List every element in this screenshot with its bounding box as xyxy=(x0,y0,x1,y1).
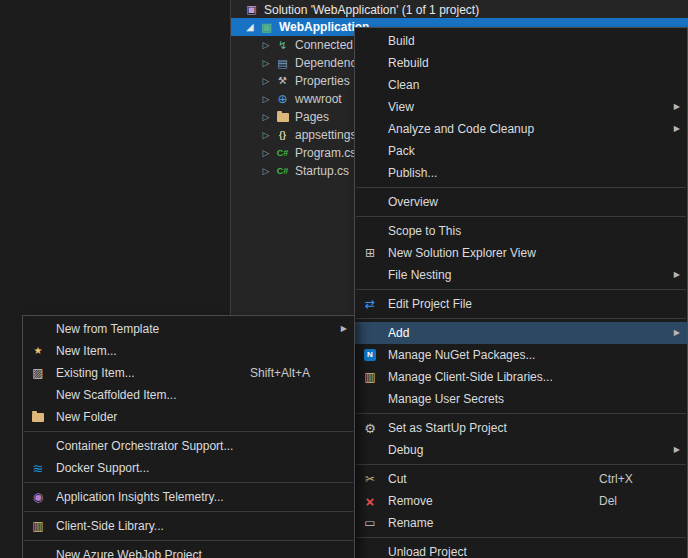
menu-item-unload-project[interactable]: Unload Project xyxy=(355,541,687,558)
menu-item-build[interactable]: Build xyxy=(355,30,687,52)
menu-item-label: Publish... xyxy=(388,166,599,180)
expander-collapsed-icon[interactable]: ▷ xyxy=(260,149,272,158)
menu-item-label: File Nesting xyxy=(388,268,599,282)
icon-spacer xyxy=(29,321,47,337)
menu-item-label: Application Insights Telemetry... xyxy=(56,490,250,504)
docker-icon: ≋ xyxy=(29,460,47,476)
submenu-item-new-item[interactable]: ★New Item... xyxy=(23,340,354,362)
menu-item-scope-to-this[interactable]: Scope to This xyxy=(355,220,687,242)
menu-item-add[interactable]: Add▶ xyxy=(355,322,687,344)
expander-expanded-icon[interactable]: ◢ xyxy=(244,23,256,32)
expander-collapsed-icon[interactable]: ▷ xyxy=(260,95,272,104)
submenu-arrow-icon: ▶ xyxy=(336,325,350,333)
icon-spacer xyxy=(361,223,379,239)
menu-separator xyxy=(356,537,686,538)
project-context-menu: BuildRebuildCleanView▶Analyze and Code C… xyxy=(354,27,688,558)
tree-item-label: Solution 'WebApplication' (1 of 1 projec… xyxy=(264,3,479,17)
menu-separator xyxy=(356,216,686,217)
solution-icon: ▣ xyxy=(244,3,259,17)
json-icon: {} xyxy=(275,128,290,142)
menu-separator xyxy=(356,413,686,414)
submenu-item-new-from-template[interactable]: New from Template▶ xyxy=(23,318,354,340)
menu-item-label: New Folder xyxy=(56,410,250,424)
icon-spacer xyxy=(361,33,379,49)
icon-spacer xyxy=(361,55,379,71)
submenu-item-existing-item[interactable]: ▨Existing Item...Shift+Alt+A xyxy=(23,362,354,384)
submenu-item-client-side-library[interactable]: ▥Client-Side Library... xyxy=(23,515,354,537)
menu-separator xyxy=(356,464,686,465)
menu-item-pack[interactable]: Pack xyxy=(355,140,687,162)
submenu-item-application-insights-telemetry[interactable]: ◉Application Insights Telemetry... xyxy=(23,486,354,508)
menu-item-set-as-startup-project[interactable]: ⚙Set as StartUp Project xyxy=(355,417,687,439)
new-folder-shape xyxy=(32,413,44,422)
menu-item-clean[interactable]: Clean xyxy=(355,74,687,96)
new-item-icon: ★ xyxy=(29,343,47,359)
connected-services-icon: ↯ xyxy=(275,38,290,52)
menu-item-manage-user-secrets[interactable]: Manage User Secrets xyxy=(355,388,687,410)
menu-item-label: Rename xyxy=(388,516,599,530)
menu-item-label: Pack xyxy=(388,144,599,158)
menu-item-debug[interactable]: Debug▶ xyxy=(355,439,687,461)
menu-item-label: Debug xyxy=(388,443,599,457)
menu-item-view[interactable]: View▶ xyxy=(355,96,687,118)
menu-item-analyze-and-code-cleanup[interactable]: Analyze and Code Cleanup▶ xyxy=(355,118,687,140)
expander-collapsed-icon[interactable]: ▷ xyxy=(260,59,272,68)
menu-item-label: Remove xyxy=(388,494,599,508)
tree-item-label: wwwroot xyxy=(295,92,342,106)
menu-separator xyxy=(24,482,353,483)
menu-item-remove[interactable]: ×RemoveDel xyxy=(355,490,687,512)
menu-item-publish[interactable]: Publish... xyxy=(355,162,687,184)
gear-icon: ⚙ xyxy=(361,420,379,436)
menu-shortcut: Shift+Alt+A xyxy=(250,366,336,380)
menu-item-cut[interactable]: ✂CutCtrl+X xyxy=(355,468,687,490)
menu-item-rename[interactable]: ▭Rename xyxy=(355,512,687,534)
menu-item-label: Manage NuGet Packages... xyxy=(388,348,599,362)
menu-separator xyxy=(356,318,686,319)
menu-item-label: Manage Client-Side Libraries... xyxy=(388,370,599,384)
submenu-item-new-scaffolded-item[interactable]: New Scaffolded Item... xyxy=(23,384,354,406)
nuget-shape: N xyxy=(364,349,376,361)
menu-item-overview[interactable]: Overview xyxy=(355,191,687,213)
menu-item-manage-client-side-libraries[interactable]: ▥Manage Client-Side Libraries... xyxy=(355,366,687,388)
menu-item-rebuild[interactable]: Rebuild xyxy=(355,52,687,74)
menu-item-label: Container Orchestrator Support... xyxy=(56,439,250,453)
submenu-item-new-folder[interactable]: New Folder xyxy=(23,406,354,428)
icon-spacer xyxy=(361,391,379,407)
menu-item-file-nesting[interactable]: File Nesting▶ xyxy=(355,264,687,286)
menu-item-label: Overview xyxy=(388,195,599,209)
expander-collapsed-icon[interactable]: ▷ xyxy=(260,77,272,86)
icon-spacer xyxy=(29,438,47,454)
icon-spacer xyxy=(29,547,47,558)
scissors-icon: ✂ xyxy=(361,471,379,487)
expander-collapsed-icon[interactable]: ▷ xyxy=(260,167,272,176)
tree-item-solution[interactable]: ▣ Solution 'WebApplication' (1 of 1 proj… xyxy=(231,1,688,18)
properties-icon: ⚒ xyxy=(275,74,290,88)
menu-shortcut: Ctrl+X xyxy=(599,472,669,486)
menu-item-edit-project-file[interactable]: ⇄Edit Project File xyxy=(355,293,687,315)
submenu-item-new-azure-webjob-project[interactable]: New Azure WebJob Project xyxy=(23,544,354,558)
menu-item-label: New Scaffolded Item... xyxy=(56,388,250,402)
menu-item-new-solution-explorer-view[interactable]: ⊞New Solution Explorer View xyxy=(355,242,687,264)
submenu-item-container-orchestrator-support[interactable]: Container Orchestrator Support... xyxy=(23,435,354,457)
expander-collapsed-icon[interactable]: ▷ xyxy=(260,113,272,122)
icon-spacer xyxy=(361,442,379,458)
submenu-item-docker-support[interactable]: ≋Docker Support... xyxy=(23,457,354,479)
menu-shortcut: Del xyxy=(599,494,669,508)
menu-separator xyxy=(24,511,353,512)
new-view-icon: ⊞ xyxy=(361,245,379,261)
expander-collapsed-icon[interactable]: ▷ xyxy=(260,131,272,140)
submenu-arrow-icon: ▶ xyxy=(669,103,683,111)
folder-shape xyxy=(277,113,289,122)
menu-item-label: Edit Project File xyxy=(388,297,599,311)
menu-item-label: New from Template xyxy=(56,322,250,336)
expander-collapsed-icon[interactable]: ▷ xyxy=(260,41,272,50)
csharp-icon: C# xyxy=(275,146,290,160)
icon-spacer xyxy=(361,143,379,159)
menu-item-manage-nuget-packages[interactable]: NManage NuGet Packages... xyxy=(355,344,687,366)
menu-item-label: New Item... xyxy=(56,344,250,358)
menu-item-label: Build xyxy=(388,34,599,48)
menu-item-label: Set as StartUp Project xyxy=(388,421,599,435)
menu-separator xyxy=(24,431,353,432)
menu-separator xyxy=(356,289,686,290)
menu-item-label: Add xyxy=(388,326,599,340)
